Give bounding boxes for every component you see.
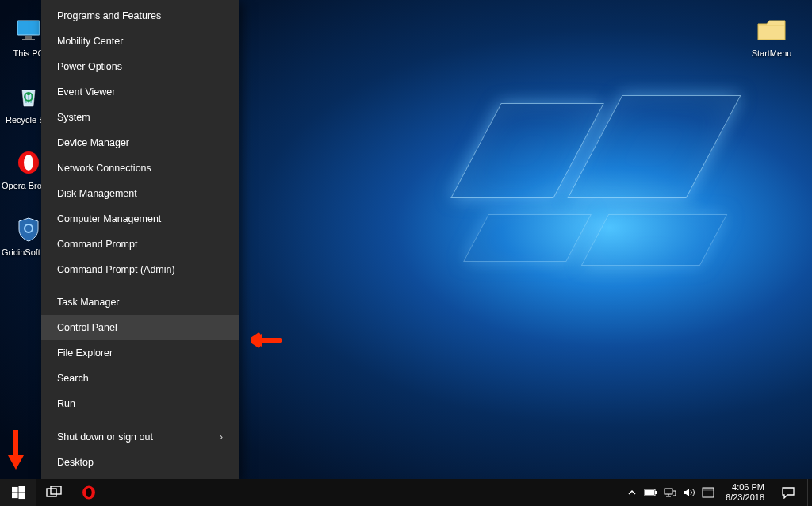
svg-rect-18	[655, 491, 657, 494]
menu-item-file-explorer[interactable]: File Explorer	[41, 340, 239, 366]
windows-logo-icon	[12, 486, 25, 500]
monitor-icon	[13, 14, 44, 46]
menu-item-run[interactable]: Run	[41, 391, 239, 416]
clock-date: 6/23/2018	[726, 493, 764, 503]
bin-icon	[13, 81, 44, 113]
menu-item-label: Desktop	[57, 457, 94, 468]
action-center-button[interactable]	[774, 486, 802, 499]
show-desktop-button[interactable]	[807, 479, 812, 506]
menu-separator	[51, 420, 229, 420]
menu-item-label: System	[57, 112, 90, 123]
menu-item-desktop[interactable]: Desktop	[41, 450, 239, 475]
shield-icon	[13, 213, 44, 245]
battery-icon[interactable]	[643, 488, 659, 497]
desktop-icons-right: StartMenu	[741, 14, 802, 59]
menu-item-label: Computer Management	[57, 213, 161, 224]
language-indicator[interactable]	[700, 487, 716, 498]
system-tray: 4:06 PM 6/23/2018	[619, 479, 807, 506]
svg-point-5	[24, 155, 33, 171]
menu-item-mobility-center[interactable]: Mobility Center	[41, 29, 239, 54]
menu-item-system[interactable]: System	[41, 105, 239, 130]
taskbar-clock[interactable]: 4:06 PM 6/23/2018	[719, 482, 771, 502]
menu-separator	[51, 286, 229, 286]
menu-item-label: Run	[57, 398, 75, 409]
menu-item-disk-management[interactable]: Disk Management	[41, 181, 239, 206]
folder-icon	[756, 14, 787, 46]
menu-item-label: File Explorer	[57, 347, 113, 358]
menu-item-device-manager[interactable]: Device Manager	[41, 130, 239, 155]
windows-hero-art	[428, 95, 761, 397]
menu-item-label: Network Connections	[57, 163, 151, 174]
opera-logo-icon	[80, 484, 98, 501]
menu-item-event-viewer[interactable]: Event Viewer	[41, 79, 239, 105]
chevron-right-icon: ›	[220, 431, 223, 443]
tray-chevron-up-icon[interactable]	[624, 488, 640, 497]
icon-label: StartMenu	[752, 48, 792, 59]
svg-rect-0	[17, 21, 40, 35]
menu-item-shut-down-or-sign-out[interactable]: Shut down or sign out›	[41, 424, 239, 450]
menu-item-label: Device Manager	[57, 137, 129, 148]
menu-item-computer-management[interactable]: Computer Management	[41, 206, 239, 232]
menu-item-task-manager[interactable]: Task Manager	[41, 289, 239, 315]
menu-item-label: Control Panel	[57, 322, 117, 333]
menu-item-label: Programs and Features	[57, 10, 161, 21]
menu-item-label: Task Manager	[57, 297, 120, 308]
menu-item-search[interactable]: Search	[41, 366, 239, 391]
taskbar-spacer	[106, 479, 619, 506]
menu-item-label: Command Prompt	[57, 239, 137, 250]
svg-rect-13	[47, 489, 56, 496]
task-view-icon	[46, 486, 62, 499]
icon-label: This PC	[13, 48, 44, 59]
task-view-button[interactable]	[36, 479, 71, 506]
opera-logo-icon	[13, 147, 44, 178]
menu-item-power-options[interactable]: Power Options	[41, 54, 239, 79]
menu-item-network-connections[interactable]: Network Connections	[41, 155, 239, 181]
svg-rect-8	[13, 430, 18, 455]
arrow-icon	[6, 430, 25, 470]
desktop[interactable]: This PC Recycle Bin Opera Browser Gridin…	[0, 0, 812, 506]
svg-rect-11	[12, 493, 18, 498]
startmenu-folder-icon[interactable]: StartMenu	[744, 14, 799, 59]
svg-rect-19	[645, 490, 654, 495]
svg-rect-20	[665, 489, 672, 494]
volume-icon[interactable]	[681, 487, 697, 498]
start-context-menu: Programs and FeaturesMobility CenterPowe…	[41, 0, 239, 479]
svg-rect-7	[260, 338, 281, 343]
svg-rect-10	[18, 486, 25, 493]
menu-item-label: Shut down or sign out	[57, 431, 153, 443]
svg-rect-1	[25, 36, 32, 39]
svg-rect-2	[22, 39, 35, 40]
network-icon[interactable]	[662, 487, 678, 498]
menu-item-command-prompt[interactable]: Command Prompt	[41, 232, 239, 257]
menu-item-label: Event Viewer	[57, 86, 115, 98]
menu-item-label: Command Prompt (Admin)	[57, 264, 175, 275]
menu-item-label: Disk Management	[57, 188, 137, 199]
svg-point-16	[86, 488, 91, 497]
menu-item-programs-and-features[interactable]: Programs and Features	[41, 3, 239, 29]
start-button[interactable]	[0, 479, 36, 506]
svg-rect-9	[12, 486, 18, 492]
menu-item-label: Search	[57, 373, 89, 384]
taskbar: 4:06 PM 6/23/2018	[0, 479, 812, 506]
clock-time: 4:06 PM	[726, 482, 764, 493]
menu-item-command-prompt-admin[interactable]: Command Prompt (Admin)	[41, 257, 239, 282]
notification-icon	[781, 486, 795, 499]
arrow-icon	[251, 332, 282, 348]
opera-taskbar-icon[interactable]	[71, 479, 106, 506]
menu-item-label: Mobility Center	[57, 36, 123, 47]
svg-rect-22	[703, 488, 714, 491]
menu-item-control-panel[interactable]: Control Panel	[41, 315, 239, 340]
menu-item-label: Power Options	[57, 61, 122, 72]
svg-rect-12	[18, 493, 25, 499]
